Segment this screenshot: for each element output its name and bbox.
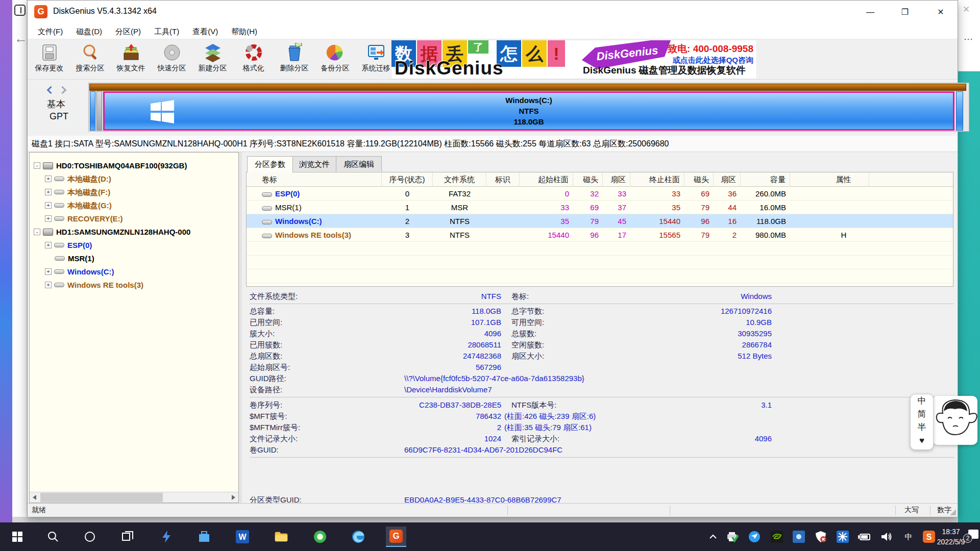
tray-expand-icon[interactable]	[706, 530, 720, 544]
next-disk-icon[interactable]	[59, 86, 67, 94]
promo-banner[interactable]: 数 据 丢 了 怎 么 ! DiskGenius DiskGenius 致电: …	[391, 40, 757, 79]
file-explorer-icon[interactable]	[271, 527, 291, 547]
tree-item-re-tools[interactable]: +Windows RE tools(3)	[30, 278, 238, 291]
col-header[interactable]: 文件系统	[433, 172, 486, 187]
notification-center-icon[interactable]: 2	[968, 530, 978, 539]
delete-partition-button[interactable]: 删除分区	[274, 41, 314, 78]
expand-icon[interactable]: +	[45, 215, 52, 222]
back-arrow-icon[interactable]: ←	[14, 31, 28, 46]
partition-block-re-tools[interactable]	[956, 91, 963, 131]
expand-icon[interactable]: +	[45, 176, 52, 182]
resize-grip[interactable]	[950, 509, 956, 515]
partition-block-msr[interactable]	[96, 91, 102, 131]
menu-tools[interactable]: 工具(T)	[148, 23, 186, 39]
col-header[interactable]: 标识	[486, 172, 520, 187]
format-button[interactable]: 格式化	[233, 41, 274, 78]
tree-item-msr[interactable]: MSR(1)	[30, 252, 238, 265]
tab-browse-files[interactable]: 浏览文件	[291, 156, 337, 171]
col-header[interactable]: 磁头	[684, 172, 714, 187]
background-close-icon[interactable]: ✕	[963, 4, 970, 15]
tab-partition-params[interactable]: 分区参数	[247, 156, 293, 172]
tree-item-local-f[interactable]: +本地磁盘(F:)	[30, 185, 238, 198]
expand-icon[interactable]: +	[45, 202, 52, 209]
ime-mode-halfwidth[interactable]: 半	[911, 421, 933, 434]
col-header[interactable]: 卷标	[247, 172, 382, 187]
col-header[interactable]: 终止柱面	[630, 172, 684, 187]
banner-contact[interactable]: 致电: 400-008-9958 或点击此处选择QQ咨询	[668, 42, 753, 65]
table-row-esp[interactable]: ESP(0) 0 FAT32 0 32 33 33 69 36 260.0MB	[247, 187, 953, 201]
recover-files-button[interactable]: 恢复文件	[111, 41, 151, 78]
tray-ime-indicator[interactable]: 中	[901, 530, 916, 544]
green-browser-icon[interactable]	[310, 527, 330, 547]
table-row-re-tools[interactable]: Windows RE tools(3) 3 NTFS 15440 96 17 1…	[247, 228, 953, 242]
save-changes-button[interactable]: 保存更改	[29, 41, 69, 78]
background-more-icon[interactable]: ⋯	[964, 34, 973, 45]
collapse-icon[interactable]: -	[34, 229, 40, 235]
search-partition-button[interactable]: 搜索分区	[70, 41, 110, 78]
cortana-icon[interactable]	[80, 527, 100, 547]
table-row-msr[interactable]: MSR(1) 1 MSR 33 69 37 35 79 44 16.0MB	[247, 201, 953, 214]
store-icon[interactable]	[194, 527, 214, 547]
ime-mode-chinese[interactable]: 中	[911, 394, 933, 408]
start-button[interactable]	[7, 527, 28, 547]
tray-printer-icon[interactable]	[725, 530, 740, 544]
tab-sector-edit[interactable]: 扇区编辑	[336, 156, 382, 171]
background-tab-icon[interactable]	[14, 5, 26, 16]
disk-header-strip[interactable]	[89, 84, 966, 91]
ime-favorite-icon[interactable]: ♥	[911, 434, 933, 447]
close-button[interactable]: ✕	[929, 5, 952, 20]
scroll-right-icon[interactable]	[228, 492, 238, 503]
col-header[interactable]: 容量	[741, 172, 790, 187]
col-header[interactable]: 属性	[818, 172, 869, 187]
tree-item-local-g[interactable]: +本地磁盘(G:)	[30, 198, 238, 212]
expand-icon[interactable]: +	[45, 242, 52, 248]
quick-partition-button[interactable]: 快速分区	[152, 41, 192, 78]
col-header[interactable]: 扇区	[603, 172, 630, 187]
scroll-left-icon[interactable]	[30, 492, 40, 503]
expand-icon[interactable]: +	[45, 282, 52, 288]
partition-block-windows-c[interactable]: Windows(C:) NTFS 118.0GB	[103, 91, 954, 131]
tree-item-hd1[interactable]: -HD1:SAMSUNGMZNLN128HAHQ-000	[30, 225, 238, 238]
taskbar-search-icon[interactable]	[43, 527, 63, 547]
backup-partition-button[interactable]: 备份分区	[315, 41, 355, 78]
taskbar-clock[interactable]: 18:37 2022/5/9	[935, 527, 967, 547]
collapse-icon[interactable]: -	[34, 162, 40, 169]
system-migrate-button[interactable]: 系统迁移	[356, 41, 396, 78]
new-partition-button[interactable]: 新建分区	[192, 41, 233, 78]
tray-security-shield-icon[interactable]	[814, 530, 828, 544]
maximize-button[interactable]: ❐	[893, 5, 917, 20]
menu-file[interactable]: 文件(F)	[31, 23, 69, 39]
task-view-icon[interactable]	[117, 527, 138, 547]
tray-volume-icon[interactable]	[879, 530, 894, 544]
tray-intel-graphics-icon[interactable]	[792, 530, 806, 544]
tree-item-local-d[interactable]: +本地磁盘(D:)	[30, 172, 238, 185]
table-row-windows-c-selected[interactable]: Windows(C:) 2 NTFS 35 79 45 15440 96 16 …	[247, 214, 953, 228]
ime-mode-simplified[interactable]: 简	[911, 408, 933, 421]
menu-view[interactable]: 查看(V)	[186, 23, 225, 39]
tray-sogou-icon[interactable]: S	[922, 530, 936, 544]
expand-icon[interactable]: +	[45, 268, 52, 275]
tray-dingtalk-icon[interactable]	[747, 530, 762, 544]
tree-horizontal-scrollbar[interactable]	[30, 492, 238, 503]
menu-help[interactable]: 帮助(H)	[225, 23, 264, 39]
col-header[interactable]: 序号(状态)	[382, 172, 433, 187]
tray-nvidia-icon[interactable]	[770, 530, 784, 544]
taskbar-diskgenius-icon[interactable]: G	[386, 527, 406, 547]
pinned-app-lightning-icon[interactable]	[156, 527, 177, 547]
edge-icon[interactable]	[348, 527, 369, 547]
menu-partition[interactable]: 分区(P)	[109, 23, 148, 39]
scrollbar-thumb[interactable]	[40, 493, 163, 502]
minimize-button[interactable]: —	[859, 5, 882, 20]
tray-battery-icon[interactable]	[857, 530, 872, 544]
tree-item-recovery-e[interactable]: +RECOVERY(E:)	[30, 212, 238, 225]
tree-item-hd0[interactable]: -HD0:TOSHIBAMQ04ABF100(932GB)	[30, 159, 238, 172]
col-header[interactable]: 起始柱面	[520, 172, 573, 187]
partition-block-esp[interactable]	[90, 91, 95, 131]
col-header[interactable]: 扇区	[714, 172, 741, 187]
expand-icon[interactable]: +	[45, 189, 52, 195]
tree-item-esp[interactable]: +ESP(0)	[30, 238, 238, 252]
word-icon[interactable]: W	[232, 527, 253, 547]
tree-item-windows-c[interactable]: +Windows(C:)	[30, 265, 238, 278]
col-header[interactable]: 磁头	[573, 172, 603, 187]
menu-disk[interactable]: 磁盘(D)	[69, 23, 109, 39]
